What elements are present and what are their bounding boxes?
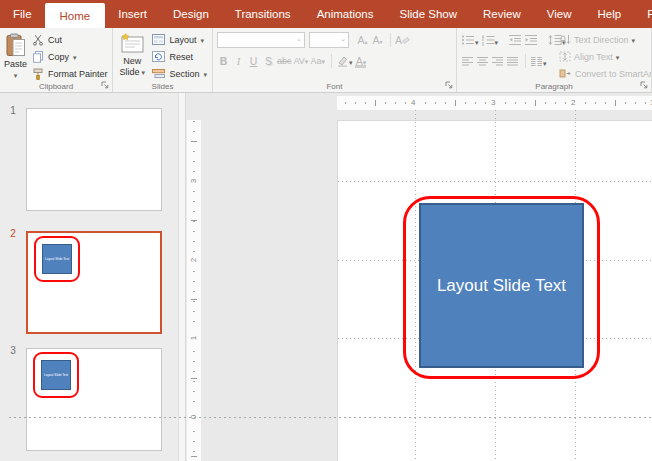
ruler-tick: [191, 378, 197, 379]
new-slide-label-1: New: [123, 56, 141, 67]
paragraph-dialog-launcher[interactable]: [640, 81, 648, 89]
tab-home[interactable]: Home: [45, 3, 106, 28]
ribbon: Paste Cut Copy Format Painte: [0, 28, 652, 93]
ruler-number: 2: [569, 97, 577, 109]
ruler-tick: [191, 456, 197, 457]
ruler-tick: [375, 100, 376, 106]
strikethrough-button[interactable]: abc: [277, 53, 292, 69]
separator: [331, 54, 332, 68]
align-text-button[interactable]: Align Text: [559, 48, 652, 65]
font-color-button[interactable]: A: [354, 53, 367, 69]
italic-button[interactable]: I: [232, 53, 245, 69]
slide-thumbnail-3[interactable]: Layout Slide Text: [26, 348, 162, 451]
columns-button[interactable]: [530, 52, 547, 70]
align-center-button[interactable]: [476, 56, 489, 67]
justify-icon: [506, 56, 519, 67]
font-size-select[interactable]: [309, 32, 349, 48]
align-center-icon: [476, 56, 489, 67]
tab-view[interactable]: View: [534, 0, 585, 28]
bold-button[interactable]: B: [217, 53, 230, 69]
character-spacing-button[interactable]: AV: [294, 53, 309, 69]
paste-dropdown-icon: [14, 70, 18, 81]
clear-format-label: A: [395, 34, 402, 46]
paragraph-group: Text Direction Align Text Convert to Sma…: [457, 28, 652, 92]
tab-animations[interactable]: Animations: [304, 0, 387, 28]
tab-review[interactable]: Review: [470, 0, 534, 28]
font-name-select[interactable]: [217, 32, 305, 48]
new-slide-dropdown-icon: [141, 67, 145, 78]
align-left-button[interactable]: [461, 56, 474, 67]
font-color-bar: [355, 65, 366, 68]
layout-icon: [152, 34, 165, 45]
chevron-down-icon: [321, 56, 325, 66]
tab-slide-show[interactable]: Slide Show: [387, 0, 471, 28]
change-case-button[interactable]: Aa: [310, 53, 325, 69]
char-spacing-label: AV: [294, 56, 305, 66]
chevron-down-icon: [632, 35, 636, 45]
section-dropdown-icon: [203, 69, 207, 79]
slide-thumbnail-2[interactable]: Layout Slide Text: [26, 231, 162, 334]
font-dialog-launcher[interactable]: [445, 81, 453, 89]
text-direction-button[interactable]: Text Direction: [559, 31, 652, 48]
bullet-list-icon: [461, 34, 475, 46]
ruler-number: 1: [648, 97, 652, 109]
tab-file[interactable]: File: [0, 0, 45, 28]
ruler-number: 3: [189, 174, 199, 188]
reset-button[interactable]: Reset: [149, 48, 210, 65]
justify-button[interactable]: [506, 56, 519, 67]
section-button[interactable]: Section: [149, 65, 210, 82]
separator: [525, 54, 526, 68]
clear-formatting-button[interactable]: A: [395, 32, 410, 48]
tab-design[interactable]: Design: [160, 0, 222, 28]
tab-transitions[interactable]: Transitions: [222, 0, 304, 28]
ruler-number: 1: [189, 331, 199, 345]
layout-label: Layout: [169, 35, 196, 45]
tab-insert[interactable]: Insert: [105, 0, 160, 28]
align-right-icon: [491, 56, 504, 67]
caret-down-icon: [380, 34, 383, 46]
align-left-icon: [461, 56, 474, 67]
slide-3-number: 3: [6, 345, 20, 356]
panel-splitter[interactable]: [178, 93, 186, 461]
numbering-button[interactable]: [481, 31, 499, 49]
layout-slide-text-shape[interactable]: Layout Slide Text: [419, 203, 584, 368]
ruler-tick: [535, 100, 536, 106]
decrease-font-label: A: [372, 34, 379, 46]
convert-to-smartart-button[interactable]: Convert to SmartArt: [559, 65, 652, 82]
layout-dropdown-icon: [200, 35, 204, 45]
clipboard-group-label: Clipboard: [0, 82, 112, 91]
thumbnail-annotation-ring: Layout Slide Text: [34, 236, 80, 282]
bullets-button[interactable]: [461, 31, 479, 49]
format-painter-icon: [32, 68, 44, 80]
chevron-down-icon: [475, 31, 479, 49]
format-painter-button[interactable]: Format Painter: [29, 65, 111, 82]
text-direction-label: Text Direction: [574, 35, 629, 45]
horizontal-ruler: 4 3 2 1: [337, 96, 652, 110]
align-right-button[interactable]: [491, 56, 504, 67]
clipboard-dialog-launcher[interactable]: [101, 81, 109, 89]
increase-font-size-button[interactable]: A: [356, 32, 369, 48]
copy-label: Copy: [48, 52, 69, 62]
decrease-font-size-button[interactable]: A: [371, 32, 384, 48]
chevron-down-icon: [340, 35, 346, 43]
chevron-down-icon: [296, 35, 302, 43]
tab-help[interactable]: Help: [585, 0, 635, 28]
text-highlight-button[interactable]: [336, 53, 353, 69]
reset-label: Reset: [169, 52, 193, 62]
underline-button[interactable]: U: [247, 53, 260, 69]
section-label: Section: [169, 69, 199, 79]
decrease-indent-button[interactable]: [508, 34, 522, 46]
text-shadow-button[interactable]: S: [262, 53, 275, 69]
increase-indent-button[interactable]: [524, 34, 538, 46]
slide-thumbnail-1[interactable]: [26, 108, 162, 211]
font-group-label: Font: [213, 82, 456, 91]
slide-thumbnail-panel: 1 2 Layout Slide Text 3 Layout Slide Tex…: [0, 93, 178, 461]
layout-button[interactable]: Layout: [149, 31, 210, 48]
tab-foxit-pdf[interactable]: Foxit PDF: [634, 0, 652, 28]
slides-group: New Slide Layout Reset: [113, 28, 213, 92]
ribbon-tab-bar: File Home Insert Design Transitions Anim…: [0, 0, 652, 28]
numbered-list-icon: [481, 34, 495, 46]
copy-button[interactable]: Copy: [29, 48, 111, 65]
clipboard-group: Paste Cut Copy Format Painte: [0, 28, 113, 92]
cut-button[interactable]: Cut: [29, 31, 111, 48]
